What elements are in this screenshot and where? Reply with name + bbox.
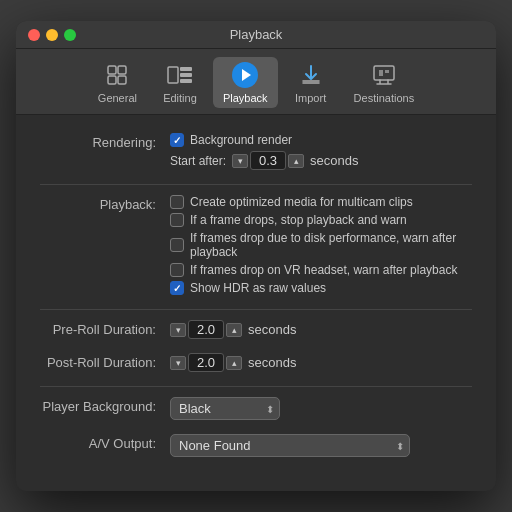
postroll-decrement[interactable]: ▾ <box>170 356 186 370</box>
frame-drops-checkbox[interactable] <box>170 213 184 227</box>
preroll-content: ▾ 2.0 ▴ seconds <box>170 320 472 339</box>
svg-rect-2 <box>108 76 116 84</box>
preroll-stepper: ▾ 2.0 ▴ <box>170 320 242 339</box>
tab-playback[interactable]: Playback <box>213 57 278 108</box>
playback-section: Playback: Create optimized media for mul… <box>40 195 472 295</box>
player-background-label: Player Background: <box>40 397 170 414</box>
tab-import-label: Import <box>295 92 326 104</box>
preferences-content: Rendering: Background render Start after… <box>16 115 496 491</box>
av-output-row: None Found ⬍ <box>170 434 472 457</box>
disk-perf-label: If frames drop due to disk performance, … <box>190 231 472 259</box>
start-after-decrement[interactable]: ▾ <box>232 154 248 168</box>
tab-editing-label: Editing <box>163 92 197 104</box>
divider-1 <box>40 184 472 185</box>
player-background-row: Black White Gray ⬍ <box>170 397 472 420</box>
tab-destinations[interactable]: Destinations <box>344 57 425 108</box>
av-output-content: None Found ⬍ <box>170 434 472 457</box>
player-background-select[interactable]: Black White Gray <box>170 397 280 420</box>
svg-rect-3 <box>118 76 126 84</box>
playback-label: Playback: <box>40 195 170 212</box>
disk-perf-option[interactable]: If frames drop due to disk performance, … <box>170 231 472 259</box>
playback-icon <box>231 61 259 89</box>
frame-drops-label: If a frame drops, stop playback and warn <box>190 213 407 227</box>
svg-rect-1 <box>118 66 126 74</box>
av-output-select[interactable]: None Found <box>170 434 410 457</box>
postroll-content: ▾ 2.0 ▴ seconds <box>170 353 472 372</box>
tab-import[interactable]: Import <box>282 57 340 108</box>
window-title: Playback <box>230 27 283 42</box>
postroll-value: 2.0 <box>188 353 224 372</box>
start-after-value: 0.3 <box>250 151 286 170</box>
rendering-content: Background render Start after: ▾ 0.3 ▴ s… <box>170 133 472 170</box>
preroll-label: Pre-Roll Duration: <box>40 320 170 337</box>
svg-rect-7 <box>180 79 192 83</box>
disk-perf-checkbox[interactable] <box>170 238 184 252</box>
postroll-stepper: ▾ 2.0 ▴ <box>170 353 242 372</box>
minimize-button[interactable] <box>46 29 58 41</box>
preroll-increment[interactable]: ▴ <box>226 323 242 337</box>
background-render-row: Background render <box>170 133 472 147</box>
av-output-label: A/V Output: <box>40 434 170 451</box>
start-after-stepper: ▾ 0.3 ▴ <box>232 151 304 170</box>
tab-destinations-label: Destinations <box>354 92 415 104</box>
tab-playback-label: Playback <box>223 92 268 104</box>
hdr-label: Show HDR as raw values <box>190 281 326 295</box>
postroll-increment[interactable]: ▴ <box>226 356 242 370</box>
toolbar: General Editing Playback <box>16 49 496 115</box>
postroll-label: Post-Roll Duration: <box>40 353 170 370</box>
player-background-select-wrap: Black White Gray ⬍ <box>170 397 280 420</box>
player-background-content: Black White Gray ⬍ <box>170 397 472 420</box>
divider-2 <box>40 309 472 310</box>
import-icon <box>297 61 325 89</box>
multicam-checkbox[interactable] <box>170 195 184 209</box>
multicam-label: Create optimized media for multicam clip… <box>190 195 413 209</box>
vr-headset-option[interactable]: If frames drop on VR headset, warn after… <box>170 263 472 277</box>
preroll-seconds: seconds <box>248 322 296 337</box>
maximize-button[interactable] <box>64 29 76 41</box>
traffic-lights <box>28 29 76 41</box>
destinations-icon <box>370 61 398 89</box>
postroll-row: ▾ 2.0 ▴ seconds <box>170 353 472 372</box>
av-output-section: A/V Output: None Found ⬍ <box>40 434 472 457</box>
multicam-option[interactable]: Create optimized media for multicam clip… <box>170 195 472 209</box>
frame-drops-option[interactable]: If a frame drops, stop playback and warn <box>170 213 472 227</box>
svg-rect-4 <box>168 67 178 83</box>
divider-3 <box>40 386 472 387</box>
svg-rect-6 <box>180 73 192 77</box>
player-background-section: Player Background: Black White Gray ⬍ <box>40 397 472 420</box>
preroll-value: 2.0 <box>188 320 224 339</box>
av-output-select-wrap: None Found ⬍ <box>170 434 410 457</box>
svg-rect-0 <box>108 66 116 74</box>
preroll-section: Pre-Roll Duration: ▾ 2.0 ▴ seconds <box>40 320 472 339</box>
editing-icon <box>166 61 194 89</box>
start-after-label: Start after: <box>170 154 226 168</box>
postroll-seconds: seconds <box>248 355 296 370</box>
rendering-section: Rendering: Background render Start after… <box>40 133 472 170</box>
rendering-label: Rendering: <box>40 133 170 150</box>
hdr-option[interactable]: Show HDR as raw values <box>170 281 472 295</box>
svg-rect-5 <box>180 67 192 71</box>
tab-general-label: General <box>98 92 137 104</box>
background-render-checkbox-wrap[interactable]: Background render <box>170 133 292 147</box>
titlebar: Playback <box>16 21 496 49</box>
vr-headset-checkbox[interactable] <box>170 263 184 277</box>
general-icon <box>103 61 131 89</box>
preroll-decrement[interactable]: ▾ <box>170 323 186 337</box>
background-render-checkbox[interactable] <box>170 133 184 147</box>
preferences-window: Playback General <box>16 21 496 491</box>
start-after-increment[interactable]: ▴ <box>288 154 304 168</box>
background-render-label: Background render <box>190 133 292 147</box>
close-button[interactable] <box>28 29 40 41</box>
playback-options: Create optimized media for multicam clip… <box>170 195 472 295</box>
vr-headset-label: If frames drop on VR headset, warn after… <box>190 263 457 277</box>
tab-editing[interactable]: Editing <box>151 57 209 108</box>
start-after-seconds: seconds <box>310 153 358 168</box>
hdr-checkbox[interactable] <box>170 281 184 295</box>
postroll-section: Post-Roll Duration: ▾ 2.0 ▴ seconds <box>40 353 472 372</box>
tab-general[interactable]: General <box>88 57 147 108</box>
start-after-row: Start after: ▾ 0.3 ▴ seconds <box>170 151 472 170</box>
svg-rect-8 <box>374 66 394 80</box>
preroll-row: ▾ 2.0 ▴ seconds <box>170 320 472 339</box>
